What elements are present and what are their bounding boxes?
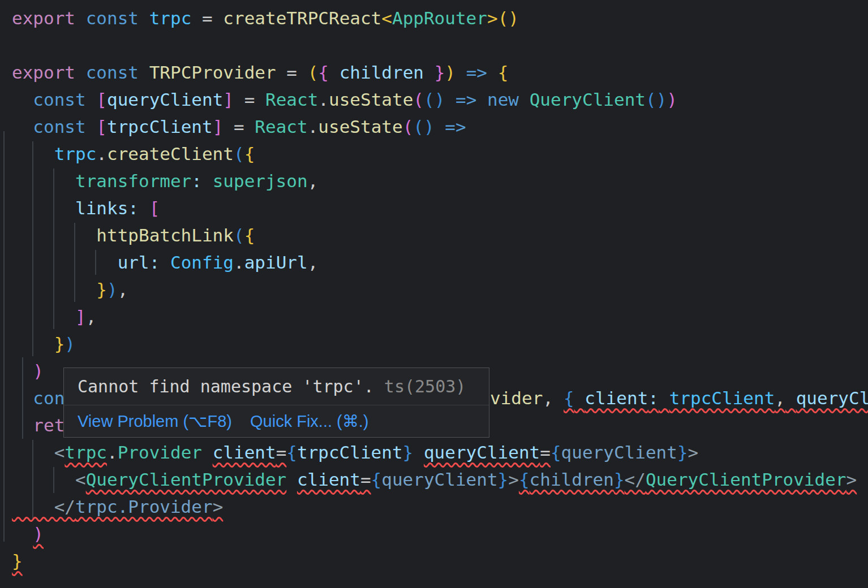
- error-message-row: Cannot find namespace 'trpc'. ts(2503): [64, 368, 489, 405]
- code-line[interactable]: url: Config.apiUrl,: [12, 249, 868, 276]
- code-token: :: [128, 198, 139, 218]
- error-tooltip: Cannot find namespace 'trpc'. ts(2503) V…: [63, 368, 489, 438]
- code-token: </trpc.Provider>: [12, 496, 223, 517]
- code-token: ,: [118, 279, 128, 300]
- code-token: [160, 252, 170, 273]
- code-token: [255, 89, 265, 110]
- code-token: queryClient: [561, 442, 677, 462]
- code-line[interactable]: [12, 574, 868, 588]
- quick-fix-link[interactable]: Quick Fix... (⌘.): [250, 412, 368, 431]
- code-token: {: [551, 442, 561, 462]
- code-token: httpBatchLink: [96, 225, 234, 245]
- code-line[interactable]: }),: [12, 276, 868, 303]
- code-token: <: [54, 442, 65, 462]
- code-token: [12, 334, 54, 354]
- error-message: Cannot find namespace 'trpc'.: [78, 377, 374, 396]
- code-line[interactable]: <QueryClientProvider client={queryClient…: [12, 466, 868, 493]
- view-problem-link[interactable]: View Problem (⌥F8): [78, 412, 232, 431]
- code-line[interactable]: const [queryClient] = React.useState(() …: [12, 86, 868, 113]
- code-token: ]: [213, 116, 224, 137]
- code-token: :: [149, 252, 160, 273]
- code-token: [12, 252, 118, 273]
- code-token: [234, 89, 244, 110]
- code-token: children: [340, 62, 424, 83]
- code-token: ): [424, 116, 435, 137]
- code-token: const: [86, 8, 139, 28]
- code-token: [12, 469, 75, 490]
- code-token: trpc: [65, 442, 107, 462]
- code-line[interactable]: ],: [12, 303, 868, 330]
- code-token: client: [213, 442, 276, 462]
- code-token: queryCli: [796, 388, 868, 408]
- code-token: .: [234, 252, 244, 273]
- code-token: ,: [86, 306, 97, 327]
- code-token: =: [540, 442, 551, 462]
- code-token: queryClient=: [424, 442, 551, 462]
- tooltip-actions-row: View Problem (⌥F8) Quick Fix... (⌘.): [64, 405, 489, 437]
- code-line[interactable]: </trpc.Provider>: [12, 493, 868, 520]
- code-token: {: [244, 225, 255, 245]
- code-token: (: [413, 116, 424, 137]
- code-line[interactable]: links: [: [12, 194, 868, 222]
- code-token: [223, 116, 234, 137]
- code-line[interactable]: <trpc.Provider client={trpcClient} query…: [12, 439, 868, 466]
- code-token: client: [297, 469, 360, 490]
- code-token: [139, 198, 149, 218]
- code-token: =>: [466, 62, 487, 83]
- code-token: vider,: [490, 384, 564, 412]
- code-line[interactable]: [12, 32, 868, 59]
- code-token: {: [371, 469, 382, 490]
- code-token: [139, 62, 149, 83]
- code-line[interactable]: transformer: superjson,: [12, 167, 868, 194]
- code-token: TRPCProvider: [149, 62, 276, 83]
- code-line[interactable]: trpc.createClient({: [12, 140, 868, 167]
- code-line[interactable]: export const trpc = createTRPCReact<AppR…: [12, 5, 868, 32]
- code-token: client=: [297, 469, 371, 490]
- code-token: queryClient: [381, 469, 497, 490]
- code-token: const: [33, 116, 85, 137]
- code-token: ): [445, 62, 456, 83]
- code-token: ): [508, 8, 519, 28]
- code-token: client: [585, 388, 648, 408]
- error-code: ts(2503): [384, 377, 466, 396]
- code-token: <: [75, 469, 86, 490]
- code-line[interactable]: httpBatchLink({: [12, 222, 868, 249]
- code-line[interactable]: export const TRPCProvider = ({ children …: [12, 59, 868, 86]
- code-token: </: [625, 469, 646, 490]
- code-token: (: [234, 225, 244, 245]
- code-token: }: [12, 551, 23, 571]
- code-token: con: [33, 388, 65, 408]
- code-token: Config: [170, 252, 234, 273]
- code-line[interactable]: }: [12, 547, 868, 574]
- code-token: [12, 144, 54, 164]
- code-editor[interactable]: export const trpc = createTRPCReact<AppR…: [0, 0, 868, 588]
- code-token: ,: [775, 388, 785, 408]
- code-token: >: [688, 442, 699, 462]
- code-token: queryClient: [424, 442, 540, 462]
- code-token: ,: [308, 252, 319, 273]
- code-token: [297, 62, 308, 83]
- code-token: children: [530, 469, 614, 490]
- code-token: new: [487, 89, 519, 110]
- code-line[interactable]: }): [12, 330, 868, 357]
- code-token: .: [96, 144, 107, 164]
- code-token: [244, 116, 255, 137]
- code-token: (: [308, 62, 319, 83]
- code-token: [424, 62, 435, 83]
- code-token: .: [308, 116, 319, 137]
- code-token: transformer: [75, 171, 191, 191]
- code-token: [: [149, 198, 160, 218]
- code-token: [12, 524, 33, 544]
- code-token: url: [118, 252, 149, 273]
- code-token: =>: [445, 116, 466, 137]
- code-token: [519, 89, 530, 110]
- code-token: export: [12, 8, 75, 28]
- code-token: trpc.Provider: [75, 496, 213, 517]
- code-token: [12, 496, 54, 517]
- code-token: (: [498, 8, 509, 28]
- code-line[interactable]: ): [12, 520, 868, 547]
- code-area[interactable]: export const trpc = createTRPCReact<AppR…: [0, 0, 868, 588]
- code-token: React: [255, 116, 307, 137]
- code-line[interactable]: const [trpcClient] = React.useState(() =…: [12, 113, 868, 140]
- code-token: [574, 388, 585, 408]
